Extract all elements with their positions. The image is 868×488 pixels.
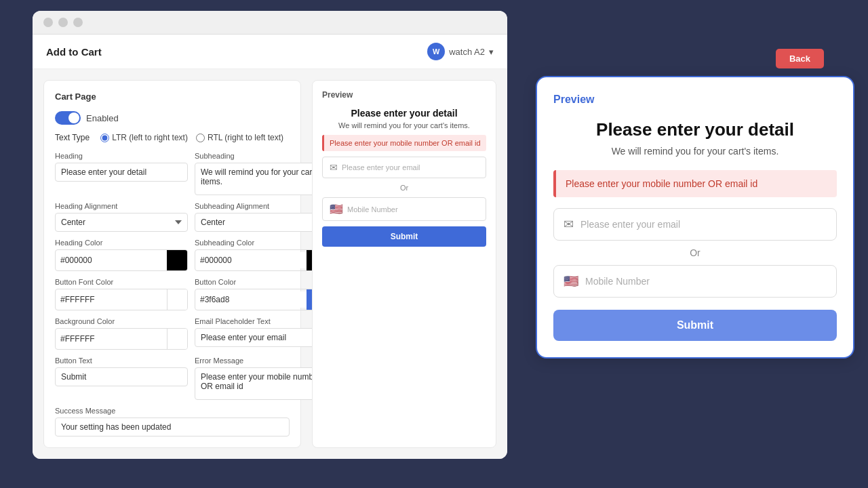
subheading-input[interactable]: We will remind you for your cart's items… bbox=[195, 163, 328, 195]
heading-label: Heading bbox=[55, 152, 188, 160]
ltr-radio[interactable] bbox=[100, 134, 109, 142]
enabled-row: Enabled bbox=[55, 111, 290, 125]
cart-page-title: Cart Page bbox=[55, 92, 290, 102]
heading-color-swatch[interactable] bbox=[167, 250, 187, 270]
email-placeholder-input[interactable] bbox=[195, 328, 328, 347]
subheading-color-input-wrap bbox=[195, 249, 328, 271]
large-preview-subheading: We will remind you for your cart's items… bbox=[553, 146, 837, 157]
text-type-label: Text Type bbox=[55, 133, 90, 142]
small-preview-form: Please enter your detail We will remind … bbox=[322, 108, 486, 247]
large-submit-button[interactable]: Submit bbox=[553, 310, 837, 341]
subheading-color-group: Subheading Color bbox=[195, 239, 328, 271]
chevron-down-icon: ▾ bbox=[489, 47, 494, 57]
rtl-radio-item[interactable]: RTL (right to left text) bbox=[196, 133, 283, 142]
editor-container: Add to Cart W watch A2 ▾ Cart Page Enabl… bbox=[33, 11, 507, 459]
btn-font-color-input[interactable] bbox=[56, 291, 167, 308]
large-or-label: Or bbox=[553, 247, 837, 258]
app-title: Add to Cart bbox=[46, 46, 102, 58]
btn-text-label: Button Text bbox=[55, 357, 188, 365]
heading-color-input[interactable] bbox=[56, 252, 167, 268]
form-grid: Heading Subheading We will remind you fo… bbox=[55, 152, 290, 400]
heading-input[interactable] bbox=[55, 163, 188, 182]
enabled-toggle[interactable] bbox=[55, 111, 81, 125]
heading-align-select[interactable]: Center Left Right bbox=[55, 213, 188, 232]
btn-color-row bbox=[195, 289, 328, 310]
btn-font-color-label: Button Font Color bbox=[55, 278, 188, 286]
error-msg-group: Error Message Please enter your mobile n… bbox=[195, 357, 328, 400]
envelope-icon: ✉ bbox=[330, 162, 338, 173]
large-flag-icon: 🇺🇸 bbox=[564, 274, 578, 289]
bg-color-label: Background Color bbox=[55, 317, 188, 325]
flag-icon: 🇺🇸 bbox=[330, 203, 343, 216]
heading-color-input-wrap bbox=[55, 249, 188, 271]
small-preview-heading: Please enter your detail bbox=[322, 108, 486, 119]
subheading-group: Subheading We will remind you for your c… bbox=[195, 152, 328, 195]
ltr-label: LTR (left to right text) bbox=[112, 133, 188, 142]
bg-color-input[interactable] bbox=[56, 331, 167, 347]
small-submit-button[interactable]: Submit bbox=[322, 226, 486, 247]
large-mobile-placeholder: Mobile Number bbox=[585, 276, 650, 287]
bg-color-swatch[interactable] bbox=[167, 329, 187, 349]
large-error-banner: Please enter your mobile number OR email… bbox=[553, 170, 837, 197]
editor-body: Cart Page Enabled Text Type LTR (left to… bbox=[33, 69, 507, 459]
subheading-color-row bbox=[195, 249, 328, 271]
btn-font-color-wrap bbox=[55, 289, 188, 310]
success-msg-group: Success Message bbox=[55, 407, 290, 436]
subheading-align-group: Subheading Alignment Center Left Right bbox=[195, 202, 328, 232]
btn-font-color-group: Button Font Color bbox=[55, 278, 188, 310]
btn-color-input[interactable] bbox=[195, 291, 307, 308]
btn-font-color-swatch[interactable] bbox=[167, 289, 187, 310]
window-dot-1 bbox=[43, 18, 53, 27]
watch-badge[interactable]: W watch A2 ▾ bbox=[427, 43, 494, 60]
small-email-input[interactable]: ✉ Please enter your email bbox=[322, 157, 486, 178]
large-preview-heading: Please enter your detail bbox=[553, 119, 837, 140]
small-error-banner: Please enter your mobile number OR email… bbox=[322, 135, 486, 151]
btn-color-label: Button Color bbox=[195, 278, 328, 286]
btn-text-input[interactable] bbox=[55, 367, 188, 386]
btn-font-color-row bbox=[55, 289, 188, 310]
success-msg-input[interactable] bbox=[55, 418, 290, 436]
btn-color-group: Button Color bbox=[195, 278, 328, 310]
small-mobile-placeholder: Mobile Number bbox=[347, 205, 398, 214]
heading-color-row bbox=[55, 249, 188, 271]
small-email-placeholder: Please enter your email bbox=[342, 163, 420, 171]
email-placeholder-label: Email Placeholder Text bbox=[195, 317, 328, 325]
heading-group: Heading bbox=[55, 152, 188, 195]
subheading-align-select[interactable]: Center Left Right bbox=[195, 213, 328, 232]
watch-label: watch A2 bbox=[449, 47, 485, 57]
large-email-input[interactable]: ✉ Please enter your email bbox=[553, 208, 837, 241]
btn-color-wrap bbox=[195, 289, 328, 310]
error-msg-input[interactable]: Please enter your mobile number OR email… bbox=[195, 367, 328, 400]
back-button[interactable]: Back bbox=[776, 49, 824, 68]
heading-color-group: Heading Color bbox=[55, 239, 188, 271]
large-preview-title: Preview bbox=[553, 94, 837, 106]
enabled-label: Enabled bbox=[86, 113, 119, 123]
heading-align-label: Heading Alignment bbox=[55, 202, 188, 210]
rtl-label: RTL (right to left text) bbox=[208, 133, 283, 142]
bg-color-row bbox=[55, 328, 188, 350]
small-mobile-input[interactable]: 🇺🇸 Mobile Number bbox=[322, 197, 486, 221]
text-type-radio-group: LTR (left to right text) RTL (right to l… bbox=[100, 133, 283, 142]
large-mobile-input[interactable]: 🇺🇸 Mobile Number bbox=[553, 265, 837, 298]
error-msg-label: Error Message bbox=[195, 357, 328, 365]
subheading-color-label: Subheading Color bbox=[195, 239, 328, 247]
success-msg-label: Success Message bbox=[55, 407, 290, 415]
ltr-radio-item[interactable]: LTR (left to right text) bbox=[100, 133, 188, 142]
subheading-color-input[interactable] bbox=[195, 252, 307, 268]
text-type-row: Text Type LTR (left to right text) RTL (… bbox=[55, 133, 290, 142]
heading-color-label: Heading Color bbox=[55, 239, 188, 247]
small-preview-panel: Preview Please enter your detail We will… bbox=[312, 80, 496, 448]
settings-panel: Cart Page Enabled Text Type LTR (left to… bbox=[43, 80, 301, 448]
subheading-label: Subheading bbox=[195, 152, 328, 160]
app-header: Add to Cart W watch A2 ▾ bbox=[33, 35, 507, 69]
small-or-label: Or bbox=[322, 184, 486, 192]
small-preview-title: Preview bbox=[322, 90, 486, 100]
bg-color-group: Background Color bbox=[55, 317, 188, 350]
email-placeholder-group: Email Placeholder Text bbox=[195, 317, 328, 350]
heading-align-group: Heading Alignment Center Left Right bbox=[55, 202, 188, 232]
large-preview-panel: Preview Please enter your detail We will… bbox=[536, 76, 854, 359]
rtl-radio[interactable] bbox=[196, 134, 205, 142]
large-email-placeholder: Please enter your email bbox=[580, 219, 680, 230]
window-dot-2 bbox=[58, 18, 68, 27]
small-preview-subheading: We will remind you for your cart's items… bbox=[322, 121, 486, 129]
